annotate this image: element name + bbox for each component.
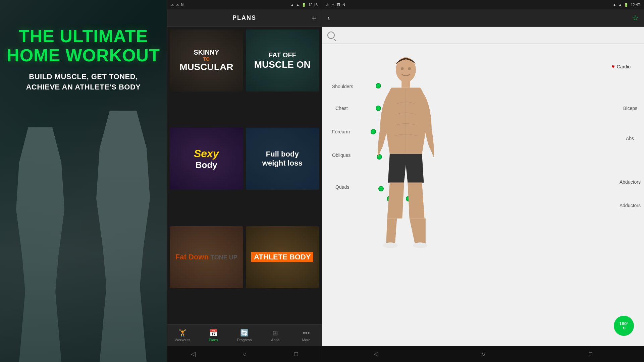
plan-card-fatoff-muscleon[interactable]: FAT OFF MUSCLE ON bbox=[246, 29, 319, 92]
nfc-icon: N bbox=[181, 3, 183, 7]
figure-right bbox=[90, 111, 157, 362]
system-bar-middle: ◁ ○ □ bbox=[167, 346, 322, 362]
apps-label: Apps bbox=[271, 338, 279, 342]
right-content: ♥ Cardio Shoulders Chest Forearm Oblique… bbox=[322, 27, 644, 346]
label-adductors[interactable]: Adductors bbox=[620, 203, 641, 208]
figure-left bbox=[10, 127, 70, 362]
workouts-label: Workouts bbox=[175, 338, 190, 342]
plan-card-athlete-body[interactable]: ATHLETE BODY bbox=[246, 226, 319, 288]
wifi-icon-r: ▲ bbox=[613, 3, 616, 7]
left-text-overlay: THE ULTIMATE HOME WORKOUT BUILD MUSCLE, … bbox=[0, 20, 167, 99]
svg-point-6 bbox=[408, 67, 411, 70]
recent-button-middle[interactable]: □ bbox=[294, 351, 298, 358]
rotate-label: 180° bbox=[620, 321, 629, 326]
svg-point-3 bbox=[413, 242, 427, 248]
search-bar[interactable] bbox=[322, 27, 644, 44]
home-button-right[interactable]: ○ bbox=[482, 351, 485, 358]
label-obliques[interactable]: Obliques bbox=[332, 153, 351, 158]
status-bar-right: ⚠ ⚠ 🖼 N ▲ ▲ 🔋 12:47 bbox=[322, 0, 644, 9]
apps-icon: ⊞ bbox=[272, 329, 278, 337]
plan-label-fatoff: FAT OFF MUSCLE ON bbox=[246, 29, 319, 92]
plan-card-sexy-body[interactable]: SexyBody bbox=[170, 128, 243, 190]
favorite-button[interactable]: ☆ bbox=[632, 14, 639, 22]
nav-plans[interactable]: 📅 Plans bbox=[198, 325, 229, 346]
plan-label-skinny: SKINNY TO MUSCULAR bbox=[170, 29, 243, 92]
rotate-180-button[interactable]: 180° ↻ bbox=[614, 316, 634, 336]
add-plan-button[interactable]: + bbox=[312, 13, 316, 23]
svg-point-5 bbox=[401, 67, 404, 70]
signal-icon: ▲ bbox=[296, 3, 300, 7]
left-panel: THE ULTIMATE HOME WORKOUT BUILD MUSCLE, … bbox=[0, 0, 167, 362]
right-header: ‹ ☆ bbox=[322, 9, 644, 27]
home-button-middle[interactable]: ○ bbox=[243, 351, 247, 358]
plans-grid: SKINNY TO MUSCULAR FAT OFF MUSCLE ON Sex… bbox=[167, 27, 322, 324]
label-quads[interactable]: Quads bbox=[335, 184, 349, 190]
plan-label-sexy: SexyBody bbox=[170, 128, 243, 190]
middle-panel: ⚠ ⚠ N ▲ ▲ 🔋 12:46 PLANS + SKINNY TO MUSC… bbox=[167, 0, 322, 362]
label-abductors[interactable]: Abductors bbox=[620, 179, 641, 185]
battery-icon: 🔋 bbox=[302, 3, 306, 7]
plan-label-fullbody: Full bodyweight loss bbox=[246, 128, 319, 190]
signal-icon-r: ▲ bbox=[619, 3, 622, 7]
status-bar-middle: ⚠ ⚠ N ▲ ▲ 🔋 12:46 bbox=[167, 0, 322, 9]
time-display: 12:46 bbox=[308, 3, 318, 7]
plan-label-fatdown: Fat Down TONE UP bbox=[170, 226, 243, 288]
plans-header: PLANS + bbox=[167, 9, 322, 27]
battery-icon-r: 🔋 bbox=[624, 3, 629, 7]
right-status-left: ⚠ ⚠ 🖼 N bbox=[326, 3, 345, 7]
plan-card-full-body-weight-loss[interactable]: Full bodyweight loss bbox=[246, 128, 319, 190]
back-button-right-sys[interactable]: ◁ bbox=[374, 350, 378, 358]
wifi-icon: ▲ bbox=[290, 3, 294, 7]
hero-subtitle: BUILD MUSCLE, GET TONED,ACHIEVE AN ATHLE… bbox=[7, 72, 160, 93]
image-icon: 🖼 bbox=[337, 3, 340, 7]
label-forearm[interactable]: Forearm bbox=[332, 129, 350, 134]
plan-card-skinny-muscular[interactable]: SKINNY TO MUSCULAR bbox=[170, 29, 243, 92]
plans-title: PLANS bbox=[232, 14, 256, 21]
bottom-navigation: 🏋 Workouts 📅 Plans 🔄 Progress ⊞ Apps •••… bbox=[167, 324, 322, 346]
status-icons-right: ▲ ▲ 🔋 12:46 bbox=[290, 3, 318, 7]
human-figure bbox=[369, 54, 443, 261]
back-button-right[interactable]: ‹ bbox=[327, 14, 330, 22]
right-panel: ⚠ ⚠ 🖼 N ▲ ▲ 🔋 12:47 ‹ ☆ ♥ Cardio bbox=[322, 0, 644, 362]
back-button-middle[interactable]: ◁ bbox=[191, 350, 196, 358]
label-biceps[interactable]: Biceps bbox=[623, 106, 637, 111]
label-chest[interactable]: Chest bbox=[335, 106, 348, 111]
plans-icon: 📅 bbox=[209, 329, 218, 337]
progress-icon: 🔄 bbox=[240, 329, 249, 337]
recent-button-right[interactable]: □ bbox=[589, 351, 592, 358]
plans-nav-label: Plans bbox=[209, 338, 218, 342]
right-status-right: ▲ ▲ 🔋 12:47 bbox=[613, 3, 640, 7]
nav-more[interactable]: ••• More bbox=[291, 325, 322, 346]
more-label: More bbox=[302, 338, 310, 342]
nav-workouts[interactable]: 🏋 Workouts bbox=[167, 325, 198, 346]
more-icon: ••• bbox=[303, 329, 310, 337]
status-icons-left: ⚠ ⚠ N bbox=[171, 3, 183, 7]
plan-card-fat-down-tone-up[interactable]: Fat Down TONE UP bbox=[170, 226, 243, 288]
label-shoulders[interactable]: Shoulders bbox=[332, 84, 353, 89]
svg-point-2 bbox=[383, 242, 398, 248]
workouts-icon: 🏋 bbox=[178, 329, 187, 337]
body-map[interactable]: ♥ Cardio Shoulders Chest Forearm Oblique… bbox=[322, 44, 644, 346]
progress-label: Progress bbox=[237, 338, 252, 342]
rotate-arrow: ↻ bbox=[623, 326, 626, 330]
warn-icon-2: ⚠ bbox=[176, 3, 179, 7]
label-abs[interactable]: Abs bbox=[626, 136, 634, 141]
plan-label-athlete: ATHLETE BODY bbox=[246, 226, 319, 288]
search-icon bbox=[327, 32, 335, 39]
system-bar-right: ◁ ○ □ bbox=[322, 346, 644, 362]
nav-apps[interactable]: ⊞ Apps bbox=[260, 325, 291, 346]
warn-icon-r1: ⚠ bbox=[326, 3, 329, 7]
svg-rect-1 bbox=[401, 80, 410, 87]
warn-icon-1: ⚠ bbox=[171, 3, 174, 7]
hero-title: THE ULTIMATE HOME WORKOUT bbox=[7, 27, 160, 65]
nfc-icon-r: N bbox=[342, 3, 345, 7]
time-display-right: 12:47 bbox=[631, 3, 640, 7]
warn-icon-r2: ⚠ bbox=[331, 3, 335, 7]
nav-progress[interactable]: 🔄 Progress bbox=[229, 325, 260, 346]
